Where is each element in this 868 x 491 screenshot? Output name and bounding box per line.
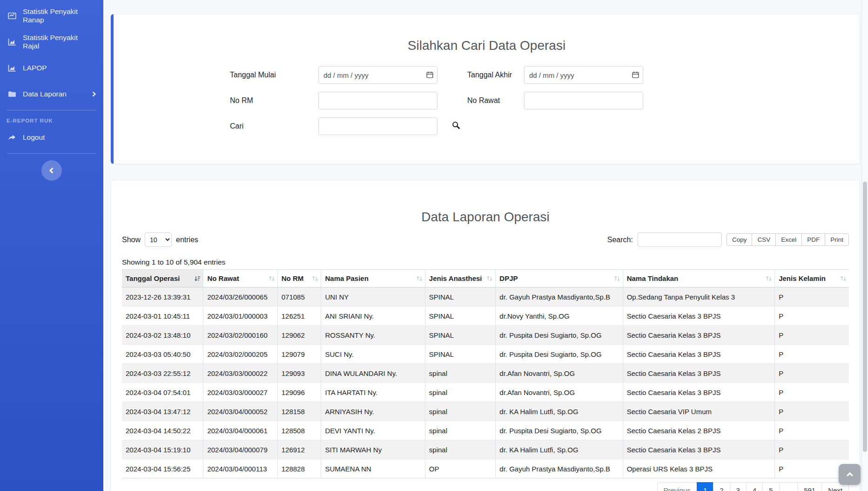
table-cell: Op.Sedang Tanpa Penyulit Kelas 3	[623, 287, 774, 307]
sort-active-icon	[194, 275, 201, 282]
table-cell: 071085	[277, 287, 321, 307]
folder-icon	[7, 89, 17, 99]
column-header-label: Nama Tindakan	[627, 274, 679, 282]
column-header-no-rawat[interactable]: No Rawat	[203, 270, 277, 287]
sidebar-collapse-button[interactable]	[41, 160, 62, 181]
table-cell: SUCI Ny.	[321, 345, 425, 364]
table-cell: 2024-03-01 10:45:11	[122, 307, 203, 326]
table-cell: spinal	[425, 421, 496, 440]
table-cell: 2024-03-04 13:47:12	[122, 402, 203, 421]
column-header-dpjp[interactable]: DPJP	[496, 270, 623, 287]
calendar-icon[interactable]	[632, 71, 639, 79]
entries-label: entries	[176, 236, 198, 244]
export-csv-button[interactable]: CSV	[752, 233, 776, 246]
sidebar-item-data-laporan[interactable]: Data Laporan	[0, 81, 103, 107]
tanggal-akhir-label: Tanggal Akhir	[437, 71, 524, 79]
table-info-text: Showing 1 to 10 of 5,904 entries	[122, 258, 849, 266]
logout-icon	[7, 133, 17, 142]
page-591-button[interactable]: 591	[797, 482, 822, 491]
table-cell: Sectio Caesaria Kelas 3 BPJS	[623, 326, 774, 345]
sort-icon	[766, 275, 772, 282]
previous-page-button[interactable]: Previous	[657, 482, 697, 491]
table-cell: dr. KA Halim Lutfi, Sp.OG	[496, 402, 623, 421]
table-cell: Sectio Caesaria Kelas 3 BPJS	[623, 383, 774, 402]
page-5-button[interactable]: 5	[762, 482, 779, 491]
chart-bar-icon	[7, 63, 17, 73]
table-row: 2024-03-03 22:55:122024/03/03/0000221290…	[122, 364, 849, 383]
table-cell: dr. Puspita Desi Sugiarto, Sp.OG	[496, 421, 623, 440]
table-cell: dr. Gayuh Prastya Masdiyanto,Sp.B	[496, 287, 623, 307]
cari-input[interactable]	[318, 117, 437, 135]
table-row: 2024-03-02 13:48:102024/03/02/0001601290…	[122, 326, 849, 345]
export-pdf-button[interactable]: PDF	[801, 233, 825, 246]
table-cell: 2024/03/26/000065	[203, 287, 277, 307]
no-rawat-input[interactable]	[524, 92, 643, 109]
chevron-left-icon	[48, 167, 55, 174]
sidebar-item-lapop[interactable]: LAPOP	[0, 55, 103, 81]
table-cell: ROSSANTY Ny.	[321, 326, 425, 345]
table-cell: 129093	[277, 364, 321, 383]
table-cell: 2024/03/02/000160	[203, 326, 277, 345]
table-cell: dr. KA Halim Lutfi, Sp.OG	[496, 440, 623, 459]
table-cell: 128828	[277, 459, 321, 478]
no-rm-input[interactable]	[318, 92, 437, 109]
page-2-button[interactable]: 2	[713, 482, 730, 491]
column-header-jenis-kelamin[interactable]: Jenis Kelamin	[775, 270, 849, 287]
table-row: 2024-03-04 07:54:012024/03/03/0000271290…	[122, 383, 849, 402]
tanggal-mulai-input[interactable]	[318, 66, 437, 84]
table-cell: P	[775, 440, 849, 459]
search-card-title: Silahkan Cari Data Operasi	[114, 38, 860, 54]
page-4-button[interactable]: 4	[746, 482, 763, 491]
sidebar-item-statistik-penyakit-rajal[interactable]: Statistik Penyakit Rajal	[0, 29, 103, 55]
column-header-label: Jenis Anasthesi	[429, 274, 482, 282]
table-search-input[interactable]	[638, 232, 722, 247]
column-header-nama-tindakan[interactable]: Nama Tindakan	[623, 270, 774, 287]
table-row: 2024-03-04 13:47:122024/03/04/0000521281…	[122, 402, 849, 421]
table-cell: 2024/03/04/000061	[203, 421, 277, 440]
table-cell: 2024-03-04 15:56:25	[122, 459, 203, 478]
chevron-up-icon	[846, 471, 854, 479]
search-submit-button[interactable]	[451, 120, 462, 131]
column-header-no-rm[interactable]: No RM	[277, 270, 321, 287]
table-cell: Sectio Caesaria Kelas 3 BPJS	[623, 307, 774, 326]
sidebar-item-label: Logout	[23, 133, 45, 142]
export-print-button[interactable]: Print	[825, 233, 849, 246]
table-cell: SPINAL	[425, 287, 496, 307]
table-cell: ANI SRIANI Ny.	[321, 307, 425, 326]
page-scrollbar-thumb[interactable]	[863, 182, 867, 452]
calendar-icon[interactable]	[426, 71, 434, 79]
table-cell: dr.Afan Novantri, Sp.OG	[496, 383, 623, 402]
entries-select[interactable]: 10	[145, 232, 172, 247]
table-row: 2024-03-04 14:50:222024/03/04/0000611285…	[122, 421, 849, 440]
sort-icon	[486, 275, 493, 282]
table-cell: P	[775, 345, 849, 364]
table-cell: Sectio Caesaria Kelas 3 BPJS	[623, 440, 774, 459]
sidebar-divider	[7, 153, 96, 154]
column-header-jenis-anasthesi[interactable]: Jenis Anasthesi	[425, 270, 496, 287]
tanggal-mulai-label: Tanggal Mulai	[230, 71, 318, 79]
sort-icon	[416, 275, 423, 282]
table-cell: dr. Puspita Desi Sugiarto, Sp.OG	[496, 326, 623, 345]
table-cell: P	[775, 307, 849, 326]
column-header-nama-pasien[interactable]: Nama Pasien	[321, 270, 425, 287]
table-cell: 129096	[277, 383, 321, 402]
scroll-to-top-button[interactable]	[839, 464, 861, 485]
sidebar-item-statistik-penyakit-ranap[interactable]: Statistik Penyakit Ranap	[0, 3, 103, 29]
column-header-tanggal-operasi[interactable]: Tanggal Operasi	[122, 270, 203, 287]
column-header-label: No Rawat	[207, 274, 239, 282]
table-cell: P	[775, 459, 849, 478]
sidebar-item-label: Statistik Penyakit Rajal	[23, 34, 96, 50]
page-1-button[interactable]: 1	[697, 482, 713, 491]
page-3-button[interactable]: 3	[730, 482, 747, 491]
page-ellipsis[interactable]: ...	[779, 482, 798, 491]
table-cell: 2024/03/04/000052	[203, 402, 277, 421]
table-cell: SUMAENA NN	[321, 459, 425, 478]
table-cell: ARNIYASIH Ny.	[321, 402, 425, 421]
tanggal-akhir-input[interactable]	[524, 66, 643, 84]
no-rawat-label: No Rawat	[437, 96, 524, 105]
export-copy-button[interactable]: Copy	[727, 233, 753, 246]
export-excel-button[interactable]: Excel	[775, 233, 802, 246]
page-scrollbar-track[interactable]	[861, 0, 868, 491]
sidebar-item-logout[interactable]: Logout	[0, 124, 103, 150]
sidebar: Statistik Penyakit Ranap Statistik Penya…	[0, 0, 103, 491]
